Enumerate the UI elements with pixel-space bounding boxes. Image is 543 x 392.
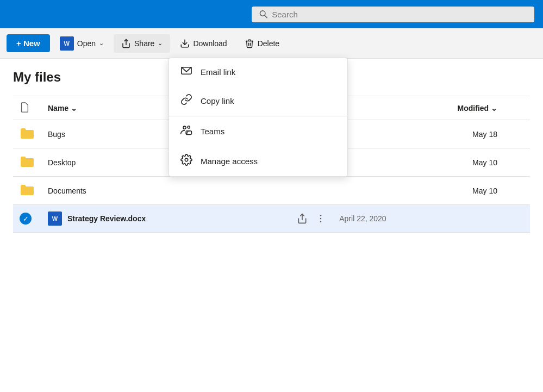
checkbox-checked: ✓	[20, 213, 32, 225]
modified-date: April 22, 2020	[339, 214, 386, 223]
new-button[interactable]: + New	[7, 34, 50, 52]
th-checkbox	[13, 96, 41, 120]
modified-date: May 18	[472, 130, 497, 139]
name-col-label: Name	[48, 104, 68, 113]
table-row[interactable]: Documents May 10	[13, 177, 530, 205]
manage-access-icon	[180, 154, 193, 169]
manage-access-label: Manage access	[201, 157, 258, 166]
file-name: Desktop	[48, 158, 76, 167]
toolbar: + New W Open ⌄ Share ⌄ Download Delete	[0, 28, 543, 59]
svg-point-11	[320, 218, 322, 220]
dropdown-email-link[interactable]: Email link	[169, 58, 347, 86]
email-link-label: Email link	[201, 67, 235, 77]
row-icon-cell	[13, 177, 41, 205]
file-header-icon	[20, 102, 29, 113]
copy-link-label: Copy link	[201, 96, 234, 105]
file-name: Strategy Review.docx	[67, 214, 146, 223]
teams-label: Teams	[201, 127, 224, 136]
delete-button[interactable]: Delete	[237, 34, 287, 53]
top-bar	[0, 0, 543, 28]
svg-point-6	[188, 126, 190, 128]
download-label: Download	[193, 39, 227, 48]
file-name: Bugs	[48, 130, 65, 139]
file-name: Documents	[48, 186, 86, 195]
share-file-icon[interactable]	[297, 213, 308, 224]
folder-icon	[20, 155, 35, 168]
folder-icon	[20, 183, 35, 196]
open-chevron: ⌄	[99, 40, 104, 47]
share-icon	[121, 39, 131, 48]
download-icon	[180, 39, 190, 48]
row-name: W Strategy Review.docx	[41, 205, 290, 233]
dropdown-manage-access[interactable]: Manage access	[169, 146, 347, 176]
row-modified: May 10	[290, 177, 530, 205]
svg-point-12	[320, 221, 322, 223]
svg-point-8	[185, 158, 188, 161]
modified-sort-icon: ⌄	[491, 104, 497, 113]
modified-date: May 10	[472, 158, 497, 167]
email-link-icon	[180, 66, 193, 78]
modified-date: May 10	[472, 186, 497, 195]
delete-icon	[245, 39, 254, 48]
share-dropdown: Email link Copy link T	[168, 58, 348, 177]
share-chevron: ⌄	[158, 40, 163, 47]
share-label: Share	[134, 39, 154, 48]
open-button[interactable]: W Open ⌄	[52, 32, 111, 55]
svg-line-1	[265, 15, 267, 17]
search-icon	[259, 10, 267, 18]
folder-icon	[20, 127, 35, 140]
copy-link-icon	[180, 94, 193, 108]
word-file-icon: W	[48, 211, 62, 226]
teams-icon	[180, 124, 193, 139]
open-label: Open	[77, 39, 96, 48]
delete-label: Delete	[258, 39, 279, 48]
row-icon-cell	[13, 148, 41, 177]
row-checkbox-cell[interactable]: ✓	[13, 205, 41, 233]
search-box[interactable]	[252, 7, 534, 22]
row-name: Documents	[41, 177, 290, 205]
download-button[interactable]: Download	[172, 34, 234, 53]
name-sort-icon: ⌄	[71, 104, 77, 113]
dropdown-teams[interactable]: Teams	[169, 116, 347, 146]
more-options-icon[interactable]	[315, 213, 326, 224]
word-icon: W	[60, 36, 74, 51]
share-button[interactable]: Share ⌄	[114, 34, 170, 53]
row-actions: April 22, 2020	[290, 205, 530, 233]
dropdown-copy-link[interactable]: Copy link	[169, 86, 347, 116]
modified-col-label: Modified	[458, 104, 489, 113]
svg-point-10	[320, 215, 322, 216]
svg-point-5	[183, 126, 186, 129]
table-row[interactable]: ✓ W Strategy Review.docx	[13, 205, 530, 233]
search-input[interactable]	[272, 10, 527, 19]
row-icon-cell	[13, 120, 41, 148]
